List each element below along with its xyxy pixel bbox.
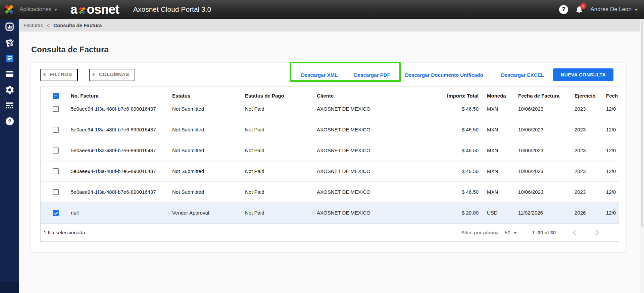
invoice-table: No. Factura Estatus Estatus de Pago Clie… [40,86,619,242]
row-checkbox[interactable] [53,148,59,154]
column-header-estatus-pago[interactable]: Estatus de Pago [245,86,317,105]
sidebar-item-analytics[interactable] [0,19,19,35]
row-checkbox[interactable] [53,189,59,195]
select-all-checkbox[interactable] [53,93,59,99]
analytics-icon [5,22,14,32]
sidebar-footer-strip [0,282,19,293]
cell-estatus-pago: Not Paid [245,105,317,119]
cell-fecha-clipped: 12/0 [602,140,619,161]
columns-button[interactable]: + COLUMNAS [89,69,135,81]
question-mark-icon: ? [562,6,565,13]
plus-icon: + [43,71,47,77]
cell-cliente: AXOSNET DE MEXICO [317,182,445,202]
table-row[interactable]: null Vendor Approval Not Paid AXOSNET DE… [41,202,619,223]
cell-no-factura: 5e0aee94-1f3a-480f-b7e6-890016437 [71,161,172,181]
cell-fecha-clipped: 12/0 [602,161,619,181]
cell-moneda: MXN [479,140,514,161]
report-rows-icon [5,101,14,110]
sidebar-item-notes[interactable] [0,35,19,50]
svg-text:?: ? [8,118,11,124]
user-menu[interactable]: Andres De Leon [590,6,638,13]
cell-estatus: Not Submitted [172,140,245,161]
download-excel-link[interactable]: Descargar EXCEL [501,72,544,77]
breadcrumb-parent[interactable]: Facturas [23,22,43,28]
sidebar-item-payments[interactable] [0,66,19,82]
download-xml-link[interactable]: Descargar XML [301,72,338,77]
cell-no-factura: 5e0aee94-1f3a-480f-b7e6-890016437 [71,140,172,161]
selection-count: 1 fila seleccionada [44,230,85,235]
column-header-no-factura[interactable]: No. Factura [71,86,172,105]
help-button[interactable]: ? [559,5,568,14]
table-header-row: No. Factura Estatus Estatus de Pago Clie… [41,86,619,105]
cell-estatus: Not Submitted [172,161,245,181]
cell-estatus: Not Submitted [172,105,245,119]
column-header-estatus[interactable]: Estatus [172,86,245,105]
filters-button[interactable]: + FILTROS [40,69,78,81]
portal-title: Axosnet Cloud Portal 3.0 [133,5,211,13]
breadcrumb-separator: < [47,22,50,28]
page-title: Consulta de Factura [31,45,640,54]
cell-fecha-clipped: 12/0 [602,119,619,140]
main-area: Consulta de Factura + FILTROS + COLUMNAS [19,45,640,252]
sidebar-item-reports[interactable] [0,98,19,113]
cell-fecha-factura: 11/02/2026 [514,202,571,223]
cell-importe: $ 46.50 [445,105,479,119]
column-header-cliente[interactable]: Cliente [317,86,445,105]
next-page-button[interactable] [593,228,601,237]
cell-ejercicio: 2026 [571,202,602,223]
breadcrumb-current: Consulta de Factura [53,22,102,28]
cell-cliente: AXOSNET DE MEXICO [317,140,445,161]
cell-estatus-pago: Not Paid [245,182,317,202]
cell-fecha-factura: 10/06/2023 [514,119,571,140]
table-footer: 1 fila seleccionada Filas por página 50 … [41,223,619,241]
cell-ejercicio: 2023 [571,182,602,202]
plus-icon: + [92,71,96,77]
sidebar-item-invoices[interactable] [0,50,19,66]
row-checkbox[interactable] [53,210,59,216]
table-row[interactable]: 5e0aee94-1f3a-480f-b7e6-890016437 Not Su… [41,140,619,161]
row-checkbox[interactable] [53,127,59,133]
chevron-down-icon [54,9,57,11]
invoice-query-card: + FILTROS + COLUMNAS Descargar XML Desca… [31,63,626,252]
previous-page-button[interactable] [570,228,579,237]
columns-label: COLUMNAS [99,71,129,77]
table-row[interactable]: 5e0aee94-1f3a-480f-b7e6-890016437 Not Su… [41,182,619,202]
row-checkbox[interactable] [53,106,59,112]
cell-moneda: MXN [479,182,514,202]
cell-fecha-clipped: 12/0 [602,182,619,202]
new-query-button[interactable]: NUEVA CONSULTA [553,68,613,81]
cell-importe: $ 46.50 [445,161,479,181]
column-header-ejercicio[interactable]: Ejercicio [571,86,602,105]
brand-prefix: a [70,3,77,16]
cell-estatus: Vendor Approval [172,202,245,223]
chevron-right-icon [595,230,599,235]
sidebar-item-help[interactable]: ? [0,113,19,129]
vertical-scrollbar-thumb[interactable] [641,19,643,227]
table-row[interactable]: 5e0aee94-1f3a-480f-b7e6-890016437 Not Su… [41,105,619,119]
row-checkbox[interactable] [53,168,59,174]
cell-moneda: MXN [479,105,514,119]
cell-fecha-clipped: 12/0 [602,105,619,119]
column-header-moneda[interactable]: Moneda [479,86,514,105]
chevron-left-icon [573,230,576,235]
brand-logo[interactable]: a osnet [70,3,119,16]
column-header-fecha-clipped[interactable]: Fech [602,86,619,105]
download-unified-link[interactable]: Descargar Documento Unificado [405,72,483,77]
chevron-down-icon [635,9,638,11]
cell-importe: $ 46.50 [445,119,479,140]
table-row[interactable]: 5e0aee94-1f3a-480f-b7e6-890016437 Not Su… [41,119,619,140]
rows-per-page-select[interactable]: 50 [505,230,517,235]
user-name: Andres De Leon [590,6,632,13]
column-header-fecha-factura[interactable]: Fecha de Factura [514,86,571,105]
grid-toolbar: + FILTROS + COLUMNAS Descargar XML Desca… [31,63,626,86]
table-row[interactable]: 5e0aee94-1f3a-480f-b7e6-890016437 Not Su… [41,161,619,182]
sidebar-item-settings[interactable] [0,82,19,98]
filters-label: FILTROS [50,71,72,77]
applications-menu[interactable]: Aplicaciones [19,6,57,13]
download-pdf-link[interactable]: Descargar PDF [354,72,390,77]
column-header-importe[interactable]: Importe Total [445,86,479,105]
credit-card-icon [5,69,14,79]
notifications-button[interactable]: 2 [575,5,584,14]
brand-pinwheel-icon [78,6,87,15]
cell-ejercicio: 2023 [571,161,602,181]
